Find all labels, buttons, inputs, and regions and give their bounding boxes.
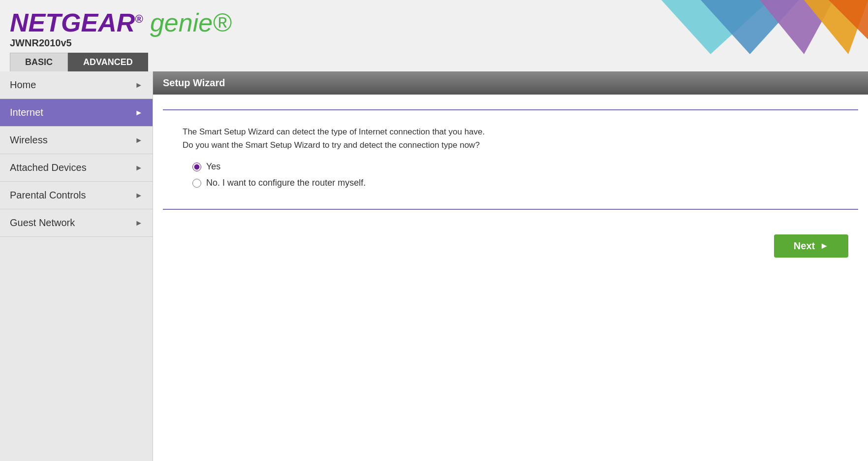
content-area: Setup Wizard The Smart Setup Wizard can … xyxy=(153,71,868,461)
radio-no-label: No. I want to configure the router mysel… xyxy=(206,178,366,188)
button-row: Next ► xyxy=(153,225,868,267)
chevron-right-icon: ► xyxy=(135,81,143,90)
sidebar-item-guest-network[interactable]: Guest Network ► xyxy=(0,209,153,237)
wizard-desc-line1: The Smart Setup Wizard can detect the ty… xyxy=(183,125,838,138)
radio-yes[interactable] xyxy=(192,163,201,171)
next-button-label: Next xyxy=(794,240,815,252)
sidebar-item-home[interactable]: Home ► xyxy=(0,71,153,99)
wizard-header: Setup Wizard xyxy=(153,71,868,95)
radio-no[interactable] xyxy=(192,179,201,188)
logo-netgear: NETGEAR® genie® xyxy=(10,10,231,35)
chevron-right-icon-wireless: ► xyxy=(135,136,143,145)
sidebar: Home ► Internet ► Wireless ► Attached De… xyxy=(0,71,153,461)
wizard-title: Setup Wizard xyxy=(163,77,225,88)
next-button[interactable]: Next ► xyxy=(774,234,848,258)
tab-basic[interactable]: BASIC xyxy=(10,53,68,71)
nav-tabs: BASIC ADVANCED xyxy=(10,53,858,71)
chevron-right-icon-attached: ► xyxy=(135,164,143,172)
sidebar-item-wireless-label: Wireless xyxy=(10,134,48,146)
sidebar-item-internet-label: Internet xyxy=(10,107,43,118)
tab-advanced[interactable]: ADVANCED xyxy=(68,53,148,71)
wizard-desc-line2: Do you want the Smart Setup Wizard to tr… xyxy=(183,138,838,152)
sidebar-item-guest-label: Guest Network xyxy=(10,217,75,229)
radio-yes-label: Yes xyxy=(206,162,220,172)
chevron-right-icon-parental: ► xyxy=(135,191,143,200)
next-arrow-icon: ► xyxy=(820,241,829,251)
sidebar-item-home-label: Home xyxy=(10,79,36,91)
sidebar-item-parental-label: Parental Controls xyxy=(10,190,86,201)
wizard-description: The Smart Setup Wizard can detect the ty… xyxy=(183,125,838,152)
header-graphic xyxy=(661,0,868,54)
sidebar-item-parental-controls[interactable]: Parental Controls ► xyxy=(0,182,153,209)
header: NETGEAR® genie® JWNR2010v5 BASIC ADVANCE… xyxy=(0,0,868,71)
sidebar-item-attached-label: Attached Devices xyxy=(10,162,87,173)
sidebar-item-attached-devices[interactable]: Attached Devices ► xyxy=(0,154,153,182)
chevron-right-icon-internet: ► xyxy=(135,108,143,117)
radio-option-yes[interactable]: Yes xyxy=(192,162,829,172)
main-layout: Home ► Internet ► Wireless ► Attached De… xyxy=(0,71,868,461)
radio-option-no[interactable]: No. I want to configure the router mysel… xyxy=(192,178,829,188)
chevron-right-icon-guest: ► xyxy=(135,219,143,228)
wizard-form: The Smart Setup Wizard can detect the ty… xyxy=(163,109,858,210)
sidebar-item-wireless[interactable]: Wireless ► xyxy=(0,127,153,154)
sidebar-item-internet[interactable]: Internet ► xyxy=(0,99,153,127)
